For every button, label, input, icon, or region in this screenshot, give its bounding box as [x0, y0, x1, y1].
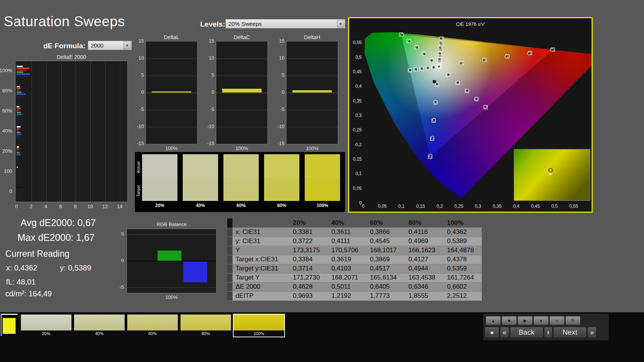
grid-line — [286, 76, 338, 76]
color-swatch — [183, 154, 218, 201]
y-axis-tick-label: -15 — [275, 141, 285, 147]
actual-color — [223, 154, 259, 178]
pattern-label: 20% — [21, 330, 71, 337]
grid-line — [216, 93, 267, 93]
row-accent-cell — [227, 291, 233, 300]
table-row: dEITP0,96931,21921,77731,85552,2512 — [227, 291, 482, 300]
current-fl: fL: 48,01 — [6, 278, 36, 286]
white-point-dot — [438, 66, 440, 67]
y-axis-tick-label: 100 — [4, 168, 12, 174]
back-button[interactable]: Back — [510, 327, 543, 338]
x-axis-tick-label: 0,25 — [454, 204, 464, 209]
de-formula-dropdown[interactable]: 2000 ▼ — [88, 41, 132, 50]
pattern-tile-40%[interactable]: 40% — [74, 315, 125, 337]
table-cell: 0,4378 — [443, 255, 482, 264]
pattern-preview-tile[interactable] — [1, 314, 17, 336]
pattern-label: 40% — [74, 330, 125, 337]
x-axis-tick-label: 4 — [41, 204, 51, 210]
table-row: Target y:CIE310,37140,41030,45170,49440,… — [227, 264, 482, 273]
table-row: x: CIE310,33810,36110,38660,41160,4362 — [227, 228, 482, 237]
app-window: Saturation Sweeps dE Formula: 2000 ▼ Del… — [0, 0, 644, 362]
grid-line — [127, 288, 216, 288]
deltae-bar — [17, 66, 23, 67]
pause-button[interactable]: ‖ — [544, 327, 552, 338]
pattern-tile-80%[interactable]: 80% — [180, 315, 231, 337]
fl-value: 48,01 — [17, 278, 36, 286]
measured-marker — [475, 97, 478, 100]
y-axis-tick-label: 0,25 — [353, 127, 362, 133]
table-cell: 0,9693 — [289, 291, 328, 300]
color-swatch — [223, 154, 259, 201]
pattern-tile-100%[interactable]: 100% — [234, 315, 284, 337]
target-color — [142, 178, 177, 201]
deltae-bar — [17, 68, 29, 69]
max-de2000: Max dE2000: 1,67 — [17, 232, 95, 243]
cd-value: 164,49 — [28, 289, 52, 298]
y-value: 0,5389 — [68, 264, 91, 272]
table-cell: 170,5706 — [328, 246, 366, 255]
table-cell: 171,2730 — [289, 273, 328, 282]
deltae-bar — [17, 132, 21, 133]
y-axis-tick-label: 0 — [275, 89, 285, 95]
table-row: Target x:CIE310,33840,36190,38690,41270,… — [227, 255, 482, 264]
table-cell: 0,4362 — [443, 228, 482, 237]
measured-marker — [415, 68, 418, 71]
measured-marker — [459, 62, 462, 65]
pattern-swatch — [74, 315, 125, 330]
chart-title: DeltaH — [286, 34, 338, 40]
measured-marker — [431, 136, 434, 139]
next-arrow-button[interactable]: » — [587, 327, 597, 338]
record-button[interactable]: ● — [533, 316, 549, 325]
y-axis-tick-label: 0,1 — [355, 171, 362, 176]
row-accent-cell — [227, 255, 233, 264]
deltae-bar — [17, 166, 18, 168]
play-button[interactable]: ▶ — [517, 316, 533, 325]
delta-chart-deltal: DeltaL151050-5-10-15100% — [134, 34, 199, 152]
levels-dropdown[interactable]: 20% Sweeps ▼ — [225, 19, 345, 28]
grid-line — [105, 61, 106, 202]
table-header-cell: 40% — [328, 218, 366, 228]
eject-button[interactable]: ▲ — [486, 316, 501, 325]
table-cell: 0,3381 — [289, 228, 328, 237]
measured-marker — [429, 154, 432, 157]
next-button[interactable]: Next — [553, 327, 587, 338]
chart-title: DeltaL — [146, 34, 198, 40]
stop-button[interactable]: ■ — [502, 316, 517, 325]
table-cell: 0,6602 — [443, 282, 482, 291]
y-axis-tick-label: 10 — [134, 55, 144, 61]
y-axis-tick-label: 0,4 — [355, 84, 362, 89]
pattern-swatch — [180, 315, 231, 330]
refresh-button[interactable]: ↻ — [565, 316, 581, 325]
y-axis-tick-label: -10 — [134, 123, 144, 130]
zoom-inset — [514, 149, 590, 201]
pattern-tile-60%[interactable]: 60% — [127, 315, 178, 337]
measured-marker — [439, 41, 442, 44]
y-axis-tick-label: 0,45 — [353, 69, 362, 74]
y-axis-tick-label: 0,5 — [355, 55, 362, 60]
measured-marker — [420, 67, 423, 70]
table-cell: 2,2512 — [443, 291, 482, 300]
deltae-bar — [17, 130, 19, 131]
y-axis-tick-label: -5 — [134, 106, 144, 112]
table-row: Target Y171,2730168,2071165,6134163,4538… — [227, 273, 482, 282]
pattern-tile-20%[interactable]: 20% — [21, 315, 71, 337]
loop-button[interactable]: ∞ — [549, 316, 565, 325]
measured-marker — [439, 46, 442, 49]
de-formula-label-wrap: dE Formula: — [43, 42, 85, 50]
x-axis-tick-label: 0,05 — [378, 204, 387, 209]
pattern-window-button[interactable]: ■ — [485, 327, 499, 338]
deltae-bar — [17, 92, 21, 93]
x-axis-label: 100% — [216, 145, 268, 152]
table-cell: 0,4116 — [405, 228, 443, 237]
y-label: y: — [60, 264, 66, 272]
measured-marker — [456, 81, 459, 84]
grid-line — [286, 93, 338, 93]
deltae-bar — [17, 152, 20, 153]
table-cell: 0,4545 — [366, 237, 405, 246]
x-label: x: — [6, 264, 12, 272]
table-header-cell: 20% — [289, 218, 328, 228]
pattern-swatch — [127, 315, 178, 330]
back-arrow-button[interactable]: « — [500, 327, 509, 338]
de-formula-value: 2000 — [91, 42, 103, 49]
row-label: Target x:CIE31 — [233, 255, 289, 264]
